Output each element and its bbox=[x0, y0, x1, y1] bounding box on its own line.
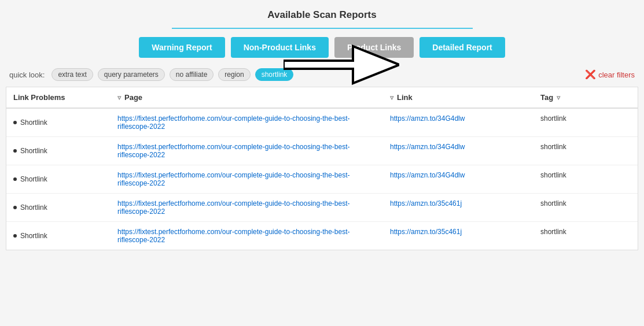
table-row: Shortlink https://fixtest.perfectforhome… bbox=[6, 194, 638, 222]
quick-look-bar: quick look: extra text query parameters … bbox=[0, 68, 644, 87]
link-url-1[interactable]: https://amzn.to/34G4dlw bbox=[390, 114, 465, 123]
td-problem-3: Shortlink bbox=[6, 165, 111, 193]
td-tag-2: shortlink bbox=[533, 137, 638, 165]
tag-filter-icon[interactable]: ▿ bbox=[557, 94, 560, 102]
page-title: Available Scan Reports bbox=[0, 9, 644, 21]
td-tag-4: shortlink bbox=[533, 194, 638, 221]
td-link-1: https://amzn.to/34G4dlw bbox=[383, 109, 533, 136]
dot-icon bbox=[13, 177, 17, 181]
filter-no-affiliate[interactable]: no affiliate bbox=[170, 68, 214, 81]
table-header: Link Problems ▿ Page ▿ Link Tag ▿ bbox=[6, 87, 638, 109]
filter-extra-text[interactable]: extra text bbox=[51, 68, 93, 81]
td-problem-5: Shortlink bbox=[6, 222, 111, 250]
link-filter-icon[interactable]: ▿ bbox=[390, 94, 393, 102]
td-problem-4: Shortlink bbox=[6, 194, 111, 221]
clear-filters-icon: ❌ bbox=[585, 69, 596, 80]
detailed-report-button[interactable]: Detailed Report bbox=[419, 37, 505, 58]
page-link-2[interactable]: https://fixtest.perfectforhome.com/our-c… bbox=[117, 143, 376, 159]
td-problem-1: Shortlink bbox=[6, 109, 111, 136]
td-tag-5: shortlink bbox=[533, 222, 638, 250]
table-row: Shortlink https://fixtest.perfectforhome… bbox=[6, 109, 638, 137]
td-link-2: https://amzn.to/34G4dlw bbox=[383, 137, 533, 165]
td-page-4: https://fixtest.perfectforhome.com/our-c… bbox=[111, 194, 383, 221]
table-row: Shortlink https://fixtest.perfectforhome… bbox=[6, 165, 638, 194]
clear-filters-label: clear filters bbox=[598, 71, 635, 79]
page-wrapper: Available Scan Reports Warning Report No… bbox=[0, 0, 644, 326]
td-tag-1: shortlink bbox=[533, 109, 638, 136]
td-problem-2: Shortlink bbox=[6, 137, 111, 165]
button-row: Warning Report Non-Product Links Product… bbox=[0, 37, 644, 58]
header-underline bbox=[172, 28, 473, 29]
th-link: ▿ Link bbox=[383, 87, 533, 108]
td-link-3: https://amzn.to/34G4dlw bbox=[383, 165, 533, 193]
filter-query-parameters[interactable]: query parameters bbox=[98, 68, 165, 81]
table-row: Shortlink https://fixtest.perfectforhome… bbox=[6, 137, 638, 165]
dot-icon bbox=[13, 234, 17, 238]
quick-look-label: quick look: bbox=[9, 71, 45, 79]
dot-icon bbox=[13, 121, 17, 124]
page-link-4[interactable]: https://fixtest.perfectforhome.com/our-c… bbox=[117, 199, 376, 216]
td-page-5: https://fixtest.perfectforhome.com/our-c… bbox=[111, 222, 383, 250]
product-links-button[interactable]: Product Links bbox=[334, 37, 414, 58]
td-link-4: https://amzn.to/35c461j bbox=[383, 194, 533, 221]
link-url-3[interactable]: https://amzn.to/34G4dlw bbox=[390, 171, 465, 179]
th-link-problems: Link Problems bbox=[6, 87, 111, 108]
header-section: Available Scan Reports bbox=[0, 9, 644, 29]
th-page: ▿ Page bbox=[111, 87, 383, 108]
link-url-4[interactable]: https://amzn.to/35c461j bbox=[390, 199, 462, 208]
td-page-1: https://fixtest.perfectforhome.com/our-c… bbox=[111, 109, 383, 136]
filter-shortlink[interactable]: shortlink bbox=[255, 68, 294, 81]
dot-icon bbox=[13, 149, 17, 153]
link-url-5[interactable]: https://amzn.to/35c461j bbox=[390, 228, 462, 236]
td-link-5: https://amzn.to/35c461j bbox=[383, 222, 533, 250]
td-tag-3: shortlink bbox=[533, 165, 638, 193]
td-page-3: https://fixtest.perfectforhome.com/our-c… bbox=[111, 165, 383, 193]
page-filter-icon[interactable]: ▿ bbox=[117, 94, 121, 102]
clear-filters-button[interactable]: ❌ clear filters bbox=[585, 69, 635, 80]
page-link-5[interactable]: https://fixtest.perfectforhome.com/our-c… bbox=[117, 228, 376, 244]
dot-icon bbox=[13, 206, 17, 209]
results-table: Link Problems ▿ Page ▿ Link Tag ▿ Shortl… bbox=[6, 87, 638, 250]
page-link-3[interactable]: https://fixtest.perfectforhome.com/our-c… bbox=[117, 171, 376, 187]
link-url-2[interactable]: https://amzn.to/34G4dlw bbox=[390, 143, 465, 151]
non-product-links-button[interactable]: Non-Product Links bbox=[231, 37, 329, 58]
warning-report-button[interactable]: Warning Report bbox=[139, 37, 225, 58]
td-page-2: https://fixtest.perfectforhome.com/our-c… bbox=[111, 137, 383, 165]
filter-region[interactable]: region bbox=[218, 68, 250, 81]
table-row: Shortlink https://fixtest.perfectforhome… bbox=[6, 222, 638, 250]
th-tag: Tag ▿ bbox=[533, 87, 638, 108]
page-link-1[interactable]: https://fixtest.perfectforhome.com/our-c… bbox=[117, 114, 376, 131]
